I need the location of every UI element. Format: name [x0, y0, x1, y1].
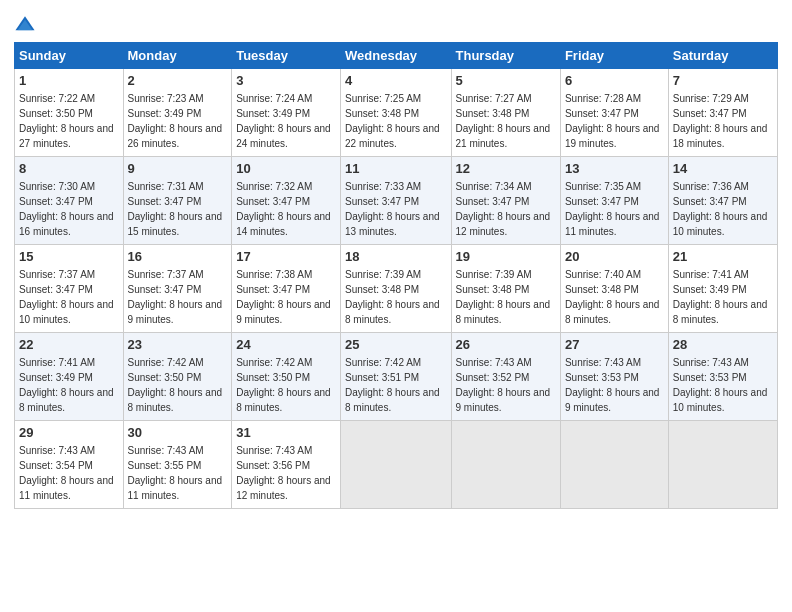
day-info: Sunrise: 7:43 AMSunset: 3:53 PMDaylight:… — [565, 357, 660, 413]
calendar-cell: 7Sunrise: 7:29 AMSunset: 3:47 PMDaylight… — [668, 69, 777, 157]
day-number: 2 — [128, 72, 228, 90]
day-number: 5 — [456, 72, 556, 90]
day-info: Sunrise: 7:43 AMSunset: 3:56 PMDaylight:… — [236, 445, 331, 501]
header-row: SundayMondayTuesdayWednesdayThursdayFrid… — [15, 43, 778, 69]
calendar-cell: 28Sunrise: 7:43 AMSunset: 3:53 PMDayligh… — [668, 333, 777, 421]
day-number: 27 — [565, 336, 664, 354]
calendar-cell: 20Sunrise: 7:40 AMSunset: 3:48 PMDayligh… — [560, 245, 668, 333]
header-day-thursday: Thursday — [451, 43, 560, 69]
day-number: 13 — [565, 160, 664, 178]
calendar-cell: 25Sunrise: 7:42 AMSunset: 3:51 PMDayligh… — [341, 333, 451, 421]
day-info: Sunrise: 7:36 AMSunset: 3:47 PMDaylight:… — [673, 181, 768, 237]
calendar-header: SundayMondayTuesdayWednesdayThursdayFrid… — [15, 43, 778, 69]
day-info: Sunrise: 7:43 AMSunset: 3:53 PMDaylight:… — [673, 357, 768, 413]
calendar-cell: 9Sunrise: 7:31 AMSunset: 3:47 PMDaylight… — [123, 157, 232, 245]
calendar-cell: 4Sunrise: 7:25 AMSunset: 3:48 PMDaylight… — [341, 69, 451, 157]
calendar-week-3: 15Sunrise: 7:37 AMSunset: 3:47 PMDayligh… — [15, 245, 778, 333]
calendar-cell: 22Sunrise: 7:41 AMSunset: 3:49 PMDayligh… — [15, 333, 124, 421]
calendar-cell: 30Sunrise: 7:43 AMSunset: 3:55 PMDayligh… — [123, 421, 232, 509]
day-number: 15 — [19, 248, 119, 266]
calendar-cell — [451, 421, 560, 509]
calendar-cell: 6Sunrise: 7:28 AMSunset: 3:47 PMDaylight… — [560, 69, 668, 157]
header — [14, 10, 778, 36]
day-number: 26 — [456, 336, 556, 354]
calendar-cell: 23Sunrise: 7:42 AMSunset: 3:50 PMDayligh… — [123, 333, 232, 421]
day-info: Sunrise: 7:22 AMSunset: 3:50 PMDaylight:… — [19, 93, 114, 149]
day-info: Sunrise: 7:29 AMSunset: 3:47 PMDaylight:… — [673, 93, 768, 149]
day-info: Sunrise: 7:34 AMSunset: 3:47 PMDaylight:… — [456, 181, 551, 237]
day-number: 17 — [236, 248, 336, 266]
day-info: Sunrise: 7:41 AMSunset: 3:49 PMDaylight:… — [19, 357, 114, 413]
day-number: 22 — [19, 336, 119, 354]
day-info: Sunrise: 7:33 AMSunset: 3:47 PMDaylight:… — [345, 181, 440, 237]
day-info: Sunrise: 7:24 AMSunset: 3:49 PMDaylight:… — [236, 93, 331, 149]
calendar-cell: 11Sunrise: 7:33 AMSunset: 3:47 PMDayligh… — [341, 157, 451, 245]
calendar-cell: 8Sunrise: 7:30 AMSunset: 3:47 PMDaylight… — [15, 157, 124, 245]
calendar-cell: 10Sunrise: 7:32 AMSunset: 3:47 PMDayligh… — [232, 157, 341, 245]
calendar-week-5: 29Sunrise: 7:43 AMSunset: 3:54 PMDayligh… — [15, 421, 778, 509]
day-info: Sunrise: 7:27 AMSunset: 3:48 PMDaylight:… — [456, 93, 551, 149]
calendar-cell — [560, 421, 668, 509]
logo-icon — [14, 14, 36, 36]
day-number: 30 — [128, 424, 228, 442]
day-info: Sunrise: 7:42 AMSunset: 3:51 PMDaylight:… — [345, 357, 440, 413]
day-number: 8 — [19, 160, 119, 178]
day-number: 20 — [565, 248, 664, 266]
calendar-cell: 15Sunrise: 7:37 AMSunset: 3:47 PMDayligh… — [15, 245, 124, 333]
day-number: 16 — [128, 248, 228, 266]
calendar-cell: 19Sunrise: 7:39 AMSunset: 3:48 PMDayligh… — [451, 245, 560, 333]
day-info: Sunrise: 7:37 AMSunset: 3:47 PMDaylight:… — [19, 269, 114, 325]
calendar-cell: 1Sunrise: 7:22 AMSunset: 3:50 PMDaylight… — [15, 69, 124, 157]
header-day-sunday: Sunday — [15, 43, 124, 69]
calendar-cell: 18Sunrise: 7:39 AMSunset: 3:48 PMDayligh… — [341, 245, 451, 333]
day-number: 11 — [345, 160, 446, 178]
day-info: Sunrise: 7:35 AMSunset: 3:47 PMDaylight:… — [565, 181, 660, 237]
calendar-cell — [341, 421, 451, 509]
calendar-cell: 26Sunrise: 7:43 AMSunset: 3:52 PMDayligh… — [451, 333, 560, 421]
day-info: Sunrise: 7:30 AMSunset: 3:47 PMDaylight:… — [19, 181, 114, 237]
logo — [14, 14, 40, 36]
header-day-monday: Monday — [123, 43, 232, 69]
day-number: 7 — [673, 72, 773, 90]
day-number: 12 — [456, 160, 556, 178]
day-info: Sunrise: 7:43 AMSunset: 3:54 PMDaylight:… — [19, 445, 114, 501]
calendar-cell: 14Sunrise: 7:36 AMSunset: 3:47 PMDayligh… — [668, 157, 777, 245]
day-number: 31 — [236, 424, 336, 442]
day-number: 1 — [19, 72, 119, 90]
day-info: Sunrise: 7:32 AMSunset: 3:47 PMDaylight:… — [236, 181, 331, 237]
day-info: Sunrise: 7:37 AMSunset: 3:47 PMDaylight:… — [128, 269, 223, 325]
day-number: 6 — [565, 72, 664, 90]
day-info: Sunrise: 7:31 AMSunset: 3:47 PMDaylight:… — [128, 181, 223, 237]
calendar-cell: 17Sunrise: 7:38 AMSunset: 3:47 PMDayligh… — [232, 245, 341, 333]
calendar-week-2: 8Sunrise: 7:30 AMSunset: 3:47 PMDaylight… — [15, 157, 778, 245]
calendar-cell — [668, 421, 777, 509]
day-number: 28 — [673, 336, 773, 354]
day-info: Sunrise: 7:40 AMSunset: 3:48 PMDaylight:… — [565, 269, 660, 325]
page-container: SundayMondayTuesdayWednesdayThursdayFrid… — [0, 0, 792, 519]
calendar-cell: 13Sunrise: 7:35 AMSunset: 3:47 PMDayligh… — [560, 157, 668, 245]
day-number: 19 — [456, 248, 556, 266]
header-day-friday: Friday — [560, 43, 668, 69]
day-number: 25 — [345, 336, 446, 354]
day-number: 3 — [236, 72, 336, 90]
header-day-saturday: Saturday — [668, 43, 777, 69]
day-number: 29 — [19, 424, 119, 442]
calendar-cell: 29Sunrise: 7:43 AMSunset: 3:54 PMDayligh… — [15, 421, 124, 509]
day-info: Sunrise: 7:28 AMSunset: 3:47 PMDaylight:… — [565, 93, 660, 149]
day-number: 10 — [236, 160, 336, 178]
day-number: 18 — [345, 248, 446, 266]
day-number: 23 — [128, 336, 228, 354]
day-info: Sunrise: 7:39 AMSunset: 3:48 PMDaylight:… — [345, 269, 440, 325]
day-info: Sunrise: 7:23 AMSunset: 3:49 PMDaylight:… — [128, 93, 223, 149]
calendar-cell: 24Sunrise: 7:42 AMSunset: 3:50 PMDayligh… — [232, 333, 341, 421]
calendar-cell: 16Sunrise: 7:37 AMSunset: 3:47 PMDayligh… — [123, 245, 232, 333]
day-number: 24 — [236, 336, 336, 354]
calendar-table: SundayMondayTuesdayWednesdayThursdayFrid… — [14, 42, 778, 509]
day-info: Sunrise: 7:42 AMSunset: 3:50 PMDaylight:… — [236, 357, 331, 413]
calendar-body: 1Sunrise: 7:22 AMSunset: 3:50 PMDaylight… — [15, 69, 778, 509]
calendar-cell: 5Sunrise: 7:27 AMSunset: 3:48 PMDaylight… — [451, 69, 560, 157]
calendar-cell: 3Sunrise: 7:24 AMSunset: 3:49 PMDaylight… — [232, 69, 341, 157]
day-info: Sunrise: 7:39 AMSunset: 3:48 PMDaylight:… — [456, 269, 551, 325]
day-info: Sunrise: 7:25 AMSunset: 3:48 PMDaylight:… — [345, 93, 440, 149]
day-info: Sunrise: 7:38 AMSunset: 3:47 PMDaylight:… — [236, 269, 331, 325]
